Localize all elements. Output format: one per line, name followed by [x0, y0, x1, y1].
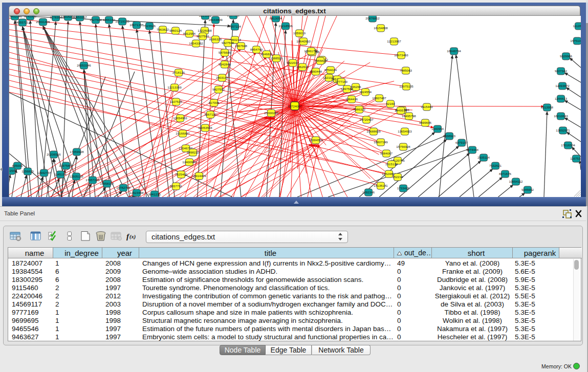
svg-text:10958167: 10958167	[100, 182, 114, 185]
svg-text:817006: 817006	[209, 101, 220, 104]
svg-text:8454749: 8454749	[250, 48, 263, 51]
svg-text:19166827: 19166827	[176, 132, 190, 135]
svg-text:15751074: 15751074	[570, 39, 581, 42]
svg-text:10688609: 10688609	[366, 129, 381, 133]
svg-text:1244413: 1244413	[555, 97, 568, 100]
svg-text:16154808: 16154808	[374, 26, 388, 30]
svg-text:19218506: 19218506	[278, 24, 293, 28]
svg-text:10719155: 10719155	[115, 19, 129, 23]
svg-text:62160: 62160	[386, 102, 395, 105]
svg-text:7515526: 7515526	[143, 24, 156, 28]
svg-text:(x): (x)	[129, 234, 136, 240]
svg-text:16671355: 16671355	[129, 23, 144, 27]
svg-text:12353594: 12353594	[198, 126, 212, 129]
svg-text:6497568: 6497568	[341, 87, 354, 91]
svg-text:12400949: 12400949	[182, 160, 197, 164]
svg-text:9657791: 9657791	[170, 184, 183, 188]
svg-text:1156829: 1156829	[21, 169, 34, 173]
svg-text:2718126: 2718126	[172, 71, 185, 74]
svg-text:1733426: 1733426	[397, 186, 410, 190]
svg-text:14136141: 14136141	[374, 184, 388, 187]
svg-text:2364436: 2364436	[345, 97, 358, 101]
svg-text:16210643: 16210643	[554, 114, 568, 118]
svg-text:9777169: 9777169	[335, 80, 348, 83]
svg-text:9227342: 9227342	[555, 69, 568, 73]
svg-text:18807249: 18807249	[374, 140, 388, 144]
svg-text:12923468: 12923468	[129, 191, 144, 194]
svg-text:5498222: 5498222	[187, 150, 200, 154]
svg-text:1167533: 1167533	[570, 157, 581, 160]
svg-text:14495798: 14495798	[402, 114, 416, 118]
svg-text:9242848: 9242848	[219, 62, 231, 66]
svg-text:12213369: 12213369	[167, 85, 182, 89]
svg-text:16543362: 16543362	[189, 41, 203, 45]
svg-text:8813049: 8813049	[199, 16, 212, 17]
svg-text:5322037: 5322037	[287, 61, 299, 64]
svg-text:17016504: 17016504	[561, 143, 575, 147]
svg-text:1112803: 1112803	[573, 24, 581, 28]
svg-text:13226058: 13226058	[198, 29, 212, 32]
svg-text:9327508: 9327508	[222, 41, 234, 45]
svg-text:9329966: 9329966	[560, 54, 573, 58]
svg-text:8813054: 8813054	[270, 16, 282, 20]
svg-text:4055721: 4055721	[16, 20, 29, 24]
svg-text:8186328: 8186328	[209, 37, 222, 41]
svg-text:17359928: 17359928	[70, 150, 84, 154]
svg-text:12975135: 12975135	[399, 84, 413, 88]
svg-text:2087652: 2087652	[227, 16, 240, 17]
svg-text:9841235: 9841235	[148, 192, 161, 196]
svg-text:1615132: 1615132	[385, 162, 398, 166]
svg-text:7485063: 7485063	[400, 69, 412, 72]
svg-text:5875685: 5875685	[219, 51, 231, 54]
svg-text:16033809: 16033809	[208, 18, 223, 21]
svg-text:25300203: 25300203	[264, 111, 278, 115]
svg-text:9699695: 9699695	[419, 121, 432, 124]
svg-text:10654112: 10654112	[509, 180, 523, 183]
svg-text:9827503: 9827503	[197, 34, 209, 38]
svg-text:13692971: 13692971	[556, 128, 570, 132]
svg-text:6966160: 6966160	[103, 18, 116, 21]
svg-text:1362615: 1362615	[296, 65, 309, 69]
svg-text:1588520: 1588520	[270, 56, 283, 60]
svg-text:8213958: 8213958	[541, 105, 554, 109]
svg-text:991547: 991547	[9, 169, 17, 172]
svg-text:10973493: 10973493	[394, 53, 408, 57]
svg-text:1640954: 1640954	[431, 127, 444, 130]
svg-text:16782759: 16782759	[116, 186, 130, 189]
svg-text:8912954: 8912954	[183, 32, 196, 35]
svg-text:7663822: 7663822	[157, 28, 169, 31]
svg-text:9245652: 9245652	[521, 188, 534, 191]
svg-text:7955812: 7955812	[314, 59, 327, 62]
svg-text:19384554: 19384554	[309, 138, 323, 142]
svg-text:16961758: 16961758	[304, 49, 318, 53]
svg-text:1092346: 1092346	[362, 190, 375, 194]
svg-text:26053346: 26053346	[77, 63, 91, 67]
svg-text:12505135: 12505135	[69, 174, 83, 178]
svg-text:1527602: 1527602	[90, 18, 102, 21]
svg-text:9860124: 9860124	[169, 29, 182, 32]
svg-text:8471676: 8471676	[499, 172, 512, 176]
svg-text:7357224: 7357224	[229, 25, 242, 28]
svg-text:3624554: 3624554	[359, 90, 372, 94]
svg-text:1107533: 1107533	[170, 100, 182, 103]
svg-text:7632621: 7632621	[489, 164, 502, 167]
svg-text:252214: 252214	[393, 175, 403, 179]
svg-text:1059019: 1059019	[293, 31, 306, 35]
svg-text:13654923: 13654923	[398, 129, 412, 133]
svg-text:6794024: 6794024	[324, 68, 337, 72]
svg-text:835001: 835001	[12, 164, 23, 167]
svg-text:12093872: 12093872	[555, 84, 570, 87]
svg-text:10975857: 10975857	[59, 164, 73, 167]
svg-text:7625402: 7625402	[175, 172, 188, 176]
svg-text:9474444: 9474444	[466, 148, 479, 151]
svg-text:1145194: 1145194	[54, 172, 67, 176]
svg-text:20876812: 20876812	[365, 16, 380, 20]
svg-text:9745902: 9745902	[24, 16, 37, 18]
svg-text:16914479: 16914479	[192, 174, 206, 178]
svg-text:15756928: 15756928	[396, 145, 410, 148]
svg-text:1178304: 1178304	[50, 16, 62, 19]
svg-text:18492046: 18492046	[9, 16, 22, 18]
svg-text:3267110: 3267110	[204, 113, 216, 116]
svg-text:1449579: 1449579	[395, 108, 407, 112]
svg-text:10654983: 10654983	[173, 116, 187, 120]
